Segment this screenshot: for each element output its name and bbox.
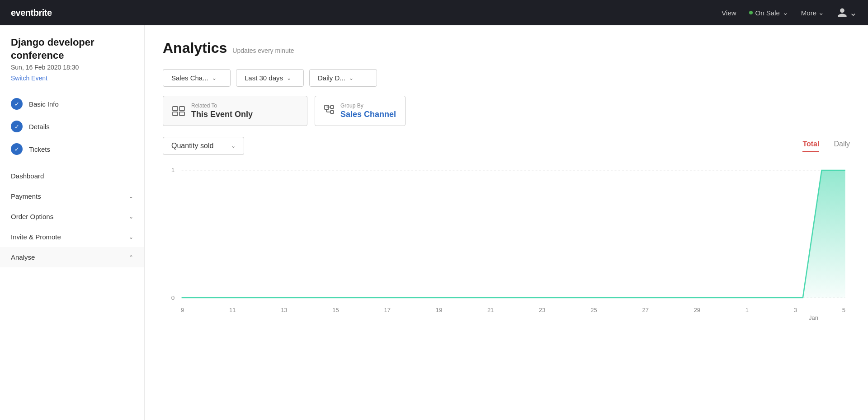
sidebar-item-dashboard[interactable]: Dashboard [0,166,144,186]
sidebar-item-basic-info[interactable]: ✓ Basic Info [0,93,144,115]
related-to-label: Related To [191,103,253,109]
period-filter-chevron-icon: ⌄ [287,75,291,81]
related-to-box[interactable]: Related To This Event Only [163,96,307,126]
metric-chevron-icon: ⌄ [231,143,236,149]
channel-filter-chevron-icon: ⌄ [212,75,217,81]
page-title: Analytics [163,40,227,56]
x-label-15: 15 [332,307,339,313]
svg-rect-2 [173,112,178,116]
breakdown-filter-chevron-icon: ⌄ [349,75,354,81]
filter-row: Sales Cha... ⌄ Last 30 days ⌄ Daily D...… [163,69,850,87]
metric-tabs-row: Quantity sold ⌄ Total Daily [163,137,850,155]
x-label-5: 5 [842,307,845,313]
group-by-box[interactable]: Group By Sales Channel [315,96,406,126]
user-chevron-icon: ⌄ [849,7,857,18]
svg-text:0: 0 [171,294,175,301]
sidebar-label-tickets: Tickets [29,145,50,153]
x-label-29: 29 [694,307,700,313]
status-chevron-icon: ⌄ [783,9,788,17]
x-label-21: 21 [487,307,494,313]
more-chevron-icon: ⌄ [818,9,824,17]
svg-rect-1 [179,107,184,111]
page-subtitle: Updates every minute [232,47,294,54]
x-label-27: 27 [642,307,648,313]
sidebar-label-invite-promote: Invite & Promote [11,233,61,241]
sidebar-item-invite-promote[interactable]: Invite & Promote ⌄ [0,227,144,247]
sidebar: Django developer conference Sun, 16 Feb … [0,25,145,420]
svg-rect-8 [330,111,334,113]
sidebar-label-analyse: Analyse [11,253,35,261]
period-filter-label: Last 30 days [245,74,283,82]
sidebar-label-order-options: Order Options [11,213,53,220]
x-axis-month: Jan [163,314,850,321]
x-label-jan: Jan [809,314,818,321]
x-label-13: 13 [281,307,287,313]
status-indicator [749,11,753,14]
x-label-11: 11 [229,307,236,313]
sidebar-label-dashboard: Dashboard [11,172,44,180]
group-by-value: Sales Channel [340,110,396,119]
x-label-17: 17 [384,307,391,313]
svg-rect-0 [173,107,178,111]
invite-promote-chevron-icon: ⌄ [129,234,133,240]
on-sale-dropdown[interactable]: On Sale ⌄ [749,9,788,17]
page-header: Analytics Updates every minute [163,40,850,56]
svg-rect-6 [330,106,334,108]
channel-filter-label: Sales Cha... [171,74,208,82]
group-by-label: Group By [340,103,396,109]
view-link[interactable]: View [722,9,736,17]
group-row: Related To This Event Only [163,96,850,126]
x-label-9: 9 [181,307,184,313]
metric-dropdown[interactable]: Quantity sold ⌄ [163,137,244,155]
sidebar-item-analyse[interactable]: Analyse ⌃ [0,247,144,267]
svg-rect-3 [179,112,184,116]
sidebar-item-payments[interactable]: Payments ⌄ [0,186,144,206]
svg-text:1: 1 [171,167,175,173]
top-navigation: eventbrite View On Sale ⌄ More ⌄ ⌄ [0,0,868,25]
x-label-19: 19 [436,307,442,313]
related-to-icon [172,106,185,116]
status-label: On Sale [755,9,780,17]
metric-label: Quantity sold [171,142,213,150]
period-filter-dropdown[interactable]: Last 30 days ⌄ [236,69,304,87]
breakdown-filter-label: Daily D... [318,74,345,82]
check-icon-details: ✓ [11,121,23,132]
switch-event-link[interactable]: Switch Event [0,75,144,93]
channel-filter-dropdown[interactable]: Sales Cha... ⌄ [163,69,231,87]
event-date: Sun, 16 Feb 2020 18:30 [0,64,144,75]
sidebar-label-payments: Payments [11,192,41,200]
related-to-value: This Event Only [191,110,253,119]
order-options-chevron-icon: ⌄ [129,214,133,220]
chart-area: 1 0 [163,162,850,307]
x-label-3: 3 [794,307,797,313]
event-name: Django developer conference [0,36,144,64]
x-label-23: 23 [539,307,545,313]
analyse-chevron-icon: ⌃ [129,254,133,261]
x-axis: 9 11 13 15 17 19 21 23 25 27 29 1 3 5 [163,307,850,313]
logo: eventbrite [11,8,52,18]
payments-chevron-icon: ⌄ [129,193,133,200]
x-label-1: 1 [745,307,749,313]
sidebar-item-order-options[interactable]: Order Options ⌄ [0,206,144,227]
more-dropdown[interactable]: More ⌄ [801,9,824,17]
analytics-chart: 1 0 [163,162,850,307]
check-icon-basic-info: ✓ [11,98,23,110]
sidebar-item-tickets[interactable]: ✓ Tickets [0,138,144,160]
sidebar-label-details: Details [29,123,50,131]
group-by-icon [324,105,334,117]
tab-total[interactable]: Total [802,140,819,152]
main-content: Analytics Updates every minute Sales Cha… [145,25,868,420]
x-label-25: 25 [590,307,597,313]
sidebar-label-basic-info: Basic Info [29,100,59,108]
check-icon-tickets: ✓ [11,143,23,155]
sidebar-item-details[interactable]: ✓ Details [0,115,144,138]
breakdown-filter-dropdown[interactable]: Daily D... ⌄ [309,69,377,87]
view-tabs: Total Daily [802,140,850,152]
user-menu[interactable]: ⌄ [837,7,857,18]
tab-daily[interactable]: Daily [834,140,850,152]
